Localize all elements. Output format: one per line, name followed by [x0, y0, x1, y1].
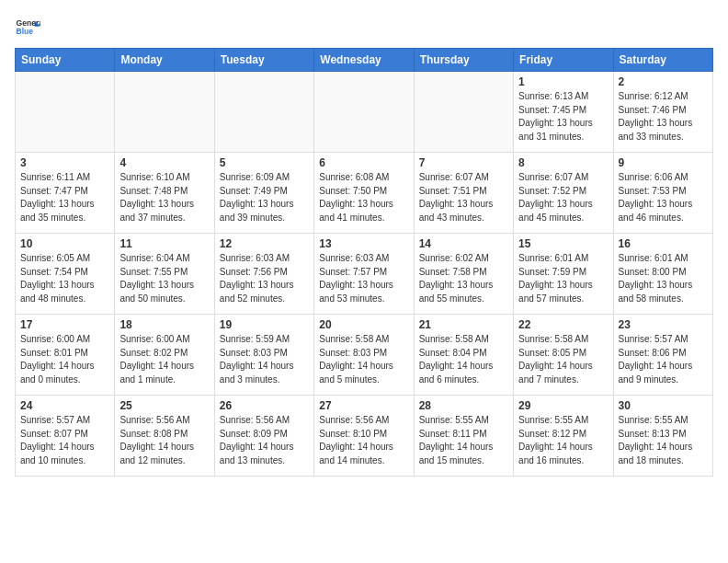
day-info: Sunrise: 5:58 AM Sunset: 8:03 PM Dayligh… [319, 333, 408, 386]
calendar-cell: 26Sunrise: 5:56 AM Sunset: 8:09 PM Dayli… [214, 396, 313, 477]
day-info: Sunrise: 6:09 AM Sunset: 7:49 PM Dayligh… [220, 171, 309, 224]
day-number: 10 [20, 237, 109, 250]
day-number: 30 [619, 399, 708, 412]
day-number: 22 [518, 318, 608, 331]
calendar-cell [115, 72, 214, 153]
calendar-cell: 16Sunrise: 6:01 AM Sunset: 8:00 PM Dayli… [613, 234, 712, 315]
day-info: Sunrise: 6:01 AM Sunset: 8:00 PM Dayligh… [619, 252, 708, 305]
calendar-cell: 15Sunrise: 6:01 AM Sunset: 7:59 PM Dayli… [514, 234, 613, 315]
day-number: 7 [419, 156, 508, 169]
calendar-cell: 10Sunrise: 6:05 AM Sunset: 7:54 PM Dayli… [16, 234, 115, 315]
day-number: 29 [518, 399, 608, 412]
weekday-header-wednesday: Wednesday [314, 49, 414, 72]
weekday-header-sunday: Sunday [16, 49, 115, 72]
day-info: Sunrise: 6:00 AM Sunset: 8:02 PM Dayligh… [119, 333, 209, 386]
day-info: Sunrise: 5:55 AM Sunset: 8:11 PM Dayligh… [419, 414, 508, 467]
calendar-cell: 2Sunrise: 6:12 AM Sunset: 7:46 PM Daylig… [613, 72, 712, 153]
calendar-cell: 19Sunrise: 5:59 AM Sunset: 8:03 PM Dayli… [214, 315, 313, 396]
day-info: Sunrise: 5:57 AM Sunset: 8:07 PM Dayligh… [20, 414, 109, 467]
calendar-cell: 1Sunrise: 6:13 AM Sunset: 7:45 PM Daylig… [514, 72, 613, 153]
calendar-cell [414, 72, 513, 153]
week-row-2: 3Sunrise: 6:11 AM Sunset: 7:47 PM Daylig… [16, 153, 713, 234]
day-number: 4 [119, 156, 209, 169]
day-number: 18 [119, 318, 209, 331]
calendar-cell: 5Sunrise: 6:09 AM Sunset: 7:49 PM Daylig… [214, 153, 313, 234]
day-info: Sunrise: 6:11 AM Sunset: 7:47 PM Dayligh… [20, 171, 109, 224]
week-row-5: 24Sunrise: 5:57 AM Sunset: 8:07 PM Dayli… [16, 396, 713, 477]
calendar-cell: 27Sunrise: 5:56 AM Sunset: 8:10 PM Dayli… [314, 396, 414, 477]
day-number: 9 [619, 156, 708, 169]
day-info: Sunrise: 6:05 AM Sunset: 7:54 PM Dayligh… [20, 252, 109, 305]
day-info: Sunrise: 5:58 AM Sunset: 8:04 PM Dayligh… [419, 333, 508, 386]
weekday-header-friday: Friday [514, 49, 613, 72]
calendar-cell: 20Sunrise: 5:58 AM Sunset: 8:03 PM Dayli… [314, 315, 414, 396]
calendar-cell: 6Sunrise: 6:08 AM Sunset: 7:50 PM Daylig… [314, 153, 414, 234]
calendar-cell [314, 72, 414, 153]
day-info: Sunrise: 6:03 AM Sunset: 7:57 PM Dayligh… [319, 252, 408, 305]
week-row-4: 17Sunrise: 6:00 AM Sunset: 8:01 PM Dayli… [16, 315, 713, 396]
day-number: 1 [518, 75, 608, 88]
page-header: General Blue [15, 15, 713, 40]
calendar-cell: 13Sunrise: 6:03 AM Sunset: 7:57 PM Dayli… [314, 234, 414, 315]
calendar-cell [16, 72, 115, 153]
calendar-cell: 28Sunrise: 5:55 AM Sunset: 8:11 PM Dayli… [414, 396, 513, 477]
calendar-cell: 4Sunrise: 6:10 AM Sunset: 7:48 PM Daylig… [115, 153, 214, 234]
calendar-cell: 9Sunrise: 6:06 AM Sunset: 7:53 PM Daylig… [613, 153, 712, 234]
day-number: 2 [619, 75, 708, 88]
day-info: Sunrise: 5:56 AM Sunset: 8:08 PM Dayligh… [119, 414, 209, 467]
day-info: Sunrise: 6:02 AM Sunset: 7:58 PM Dayligh… [419, 252, 508, 305]
day-info: Sunrise: 5:59 AM Sunset: 8:03 PM Dayligh… [220, 333, 309, 386]
calendar-cell: 23Sunrise: 5:57 AM Sunset: 8:06 PM Dayli… [613, 315, 712, 396]
day-info: Sunrise: 6:08 AM Sunset: 7:50 PM Dayligh… [319, 171, 408, 224]
weekday-header-thursday: Thursday [414, 49, 513, 72]
calendar-cell: 11Sunrise: 6:04 AM Sunset: 7:55 PM Dayli… [115, 234, 214, 315]
day-number: 26 [220, 399, 309, 412]
calendar-table: SundayMondayTuesdayWednesdayThursdayFrid… [15, 48, 713, 477]
calendar-cell: 8Sunrise: 6:07 AM Sunset: 7:52 PM Daylig… [514, 153, 613, 234]
day-number: 13 [319, 237, 408, 250]
day-number: 5 [220, 156, 309, 169]
calendar-cell [214, 72, 313, 153]
day-number: 14 [419, 237, 508, 250]
calendar-cell: 30Sunrise: 5:55 AM Sunset: 8:13 PM Dayli… [613, 396, 712, 477]
day-info: Sunrise: 6:10 AM Sunset: 7:48 PM Dayligh… [119, 171, 209, 224]
day-number: 28 [419, 399, 508, 412]
calendar-cell: 29Sunrise: 5:55 AM Sunset: 8:12 PM Dayli… [514, 396, 613, 477]
week-row-1: 1Sunrise: 6:13 AM Sunset: 7:45 PM Daylig… [16, 72, 713, 153]
day-info: Sunrise: 6:00 AM Sunset: 8:01 PM Dayligh… [20, 333, 109, 386]
day-number: 20 [319, 318, 408, 331]
day-info: Sunrise: 5:55 AM Sunset: 8:13 PM Dayligh… [619, 414, 708, 467]
calendar-cell: 17Sunrise: 6:00 AM Sunset: 8:01 PM Dayli… [16, 315, 115, 396]
day-number: 3 [20, 156, 109, 169]
calendar-cell: 3Sunrise: 6:11 AM Sunset: 7:47 PM Daylig… [16, 153, 115, 234]
day-number: 12 [220, 237, 309, 250]
calendar-cell: 24Sunrise: 5:57 AM Sunset: 8:07 PM Dayli… [16, 396, 115, 477]
calendar-cell: 14Sunrise: 6:02 AM Sunset: 7:58 PM Dayli… [414, 234, 513, 315]
calendar-cell: 12Sunrise: 6:03 AM Sunset: 7:56 PM Dayli… [214, 234, 313, 315]
calendar-cell: 21Sunrise: 5:58 AM Sunset: 8:04 PM Dayli… [414, 315, 513, 396]
day-info: Sunrise: 5:58 AM Sunset: 8:05 PM Dayligh… [518, 333, 608, 386]
day-number: 17 [20, 318, 109, 331]
day-number: 23 [619, 318, 708, 331]
day-info: Sunrise: 5:56 AM Sunset: 8:10 PM Dayligh… [319, 414, 408, 467]
day-info: Sunrise: 5:56 AM Sunset: 8:09 PM Dayligh… [220, 414, 309, 467]
weekday-header-monday: Monday [115, 49, 214, 72]
svg-text:Blue: Blue [17, 27, 34, 36]
day-number: 19 [220, 318, 309, 331]
day-number: 27 [319, 399, 408, 412]
calendar-cell: 22Sunrise: 5:58 AM Sunset: 8:05 PM Dayli… [514, 315, 613, 396]
weekday-header-tuesday: Tuesday [214, 49, 313, 72]
day-info: Sunrise: 6:12 AM Sunset: 7:46 PM Dayligh… [619, 90, 708, 144]
day-info: Sunrise: 6:07 AM Sunset: 7:52 PM Dayligh… [518, 171, 608, 224]
day-info: Sunrise: 5:55 AM Sunset: 8:12 PM Dayligh… [518, 414, 608, 467]
day-info: Sunrise: 6:07 AM Sunset: 7:51 PM Dayligh… [419, 171, 508, 224]
day-info: Sunrise: 6:13 AM Sunset: 7:45 PM Dayligh… [518, 90, 608, 144]
day-info: Sunrise: 6:04 AM Sunset: 7:55 PM Dayligh… [119, 252, 209, 305]
calendar-cell: 18Sunrise: 6:00 AM Sunset: 8:02 PM Dayli… [115, 315, 214, 396]
day-number: 6 [319, 156, 408, 169]
day-number: 25 [119, 399, 209, 412]
calendar-cell: 7Sunrise: 6:07 AM Sunset: 7:51 PM Daylig… [414, 153, 513, 234]
day-info: Sunrise: 6:01 AM Sunset: 7:59 PM Dayligh… [518, 252, 608, 305]
day-number: 15 [518, 237, 608, 250]
day-number: 24 [20, 399, 109, 412]
